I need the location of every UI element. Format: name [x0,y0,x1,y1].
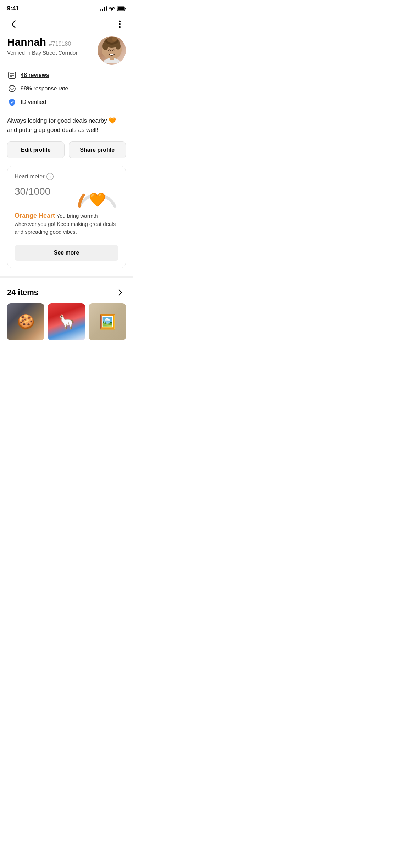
stats-section: 48 reviews 98% response rate ID verified [0,65,133,107]
profile-name-row: Hannah #719180 [7,36,98,48]
gauge-container: 🧡 [76,182,118,206]
avatar [98,36,126,65]
heart-level-name: Orange Heart [15,212,55,219]
svg-point-3 [119,21,121,22]
response-rate: 98% response rate [21,85,68,92]
item-card-1[interactable]: 🍪 [7,303,44,340]
svg-point-0 [111,10,112,11]
reviews-icon [7,70,17,80]
battery-icon [117,6,126,11]
nav-bar [0,15,133,36]
profile-id: #719180 [49,41,71,47]
item-image-3: 🖼️ [89,303,126,340]
heart-meter-title: Heart meter [15,173,44,180]
signal-icon [100,6,107,11]
status-icons [100,6,126,11]
svg-rect-13 [110,57,114,60]
share-profile-button[interactable]: Share profile [69,141,126,158]
action-buttons: Edit profile Share profile [0,134,133,158]
score-value: 30 [15,186,26,197]
heart-meter-score-container: 30/1000 [15,182,50,198]
items-section: 24 items 🍪 🦙 🖼️ [0,278,133,340]
id-verified-text: ID verified [21,99,46,105]
score-max: /1000 [26,186,50,197]
svg-point-18 [9,85,15,92]
reviews-row[interactable]: 48 reviews [7,70,126,80]
response-icon [7,84,17,94]
item-image-2: 🦙 [48,303,85,340]
item-card-3[interactable]: 🖼️ [89,303,126,340]
heart-emoji: 🧡 [89,193,106,206]
heart-meter-score: 30/1000 [15,182,50,198]
profile-info: Hannah #719180 Verified in Bay Street Co… [7,36,98,56]
status-bar: 9:41 [0,0,133,15]
edit-profile-button[interactable]: Edit profile [7,141,65,158]
item-image-1: 🍪 [7,303,44,340]
svg-point-9 [116,43,121,50]
bio-text: Always looking for good deals nearby 🧡 a… [7,116,126,134]
see-more-button[interactable]: See more [15,245,118,261]
svg-rect-2 [118,7,124,10]
profile-location: Verified in Bay Street Corridor [7,50,98,56]
reviews-count: 48 reviews [21,72,49,78]
verified-icon [7,97,17,107]
profile-name: Hannah [7,36,46,48]
section-divider [0,276,133,278]
items-count: 24 items [7,288,38,297]
heart-meter-card: Heart meter i 30/1000 🧡 Orange Heart You… [7,166,126,268]
svg-point-4 [119,23,121,25]
avatar-image [98,36,126,65]
svg-point-5 [119,26,121,28]
status-time: 9:41 [7,5,19,12]
svg-point-19 [10,88,11,89]
items-grid: 🍪 🦙 🖼️ [7,303,126,340]
svg-point-21 [12,89,13,90]
response-rate-row: 98% response rate [7,84,126,94]
heart-meter-header: Heart meter i [15,173,118,180]
svg-point-12 [112,37,117,41]
heart-level: Orange Heart You bring warmth wherever y… [15,212,118,236]
back-button[interactable] [7,18,20,30]
more-options-button[interactable] [113,18,126,30]
info-icon[interactable]: i [46,173,54,180]
bio-section: Always looking for good deals nearby 🧡 a… [0,111,133,134]
items-header: 24 items [7,287,126,298]
wifi-icon [109,6,115,11]
id-verified-row: ID verified [7,97,126,107]
svg-point-20 [13,88,14,89]
item-card-2[interactable]: 🦙 [48,303,85,340]
heart-meter-top: 30/1000 🧡 [15,182,118,206]
items-arrow-button[interactable] [115,287,126,298]
profile-section: Hannah #719180 Verified in Bay Street Co… [0,36,133,65]
